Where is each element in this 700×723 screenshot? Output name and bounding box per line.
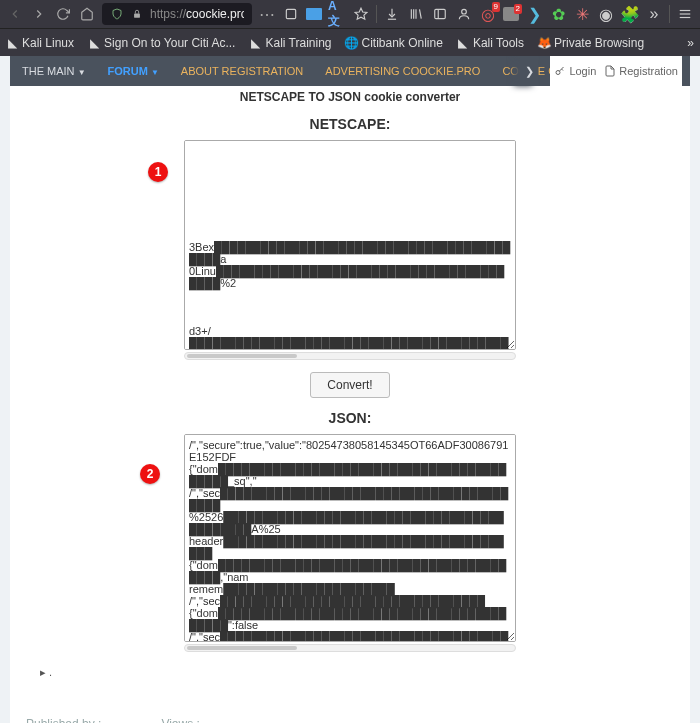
doc-icon (604, 65, 616, 77)
convert-button[interactable]: Convert! (310, 372, 389, 398)
netscape-label: NETSCAPE: (10, 116, 690, 132)
login-link[interactable]: Login (554, 65, 596, 77)
bookmark-label: Kali Tools (473, 36, 524, 50)
separator (376, 5, 377, 23)
account-icon[interactable] (455, 5, 473, 23)
bookmark-overflow[interactable]: » (687, 36, 694, 50)
bookmark-kali-tools[interactable]: ◣Kali Tools (457, 36, 524, 50)
bookmark-label: Kali Training (265, 36, 331, 50)
bookmark-label: Private Browsing (554, 36, 644, 50)
nav-scroll-right[interactable]: ❯ (520, 56, 538, 86)
bookmark-citi[interactable]: ◣Sign On to Your Citi Ac... (88, 36, 235, 50)
flag-icon[interactable] (306, 8, 322, 20)
scrollbar-thumb[interactable] (187, 646, 297, 650)
downloads-icon[interactable] (383, 5, 401, 23)
svg-rect-1 (286, 9, 295, 18)
reload-button[interactable] (54, 5, 72, 23)
lock-icon (130, 5, 144, 23)
overflow-icon[interactable]: » (645, 5, 663, 23)
site-icon: ◣ (457, 37, 469, 49)
meta-row: Published by : Views : (26, 717, 690, 723)
register-label: Registration (619, 65, 678, 77)
key-icon (554, 65, 566, 77)
ext2-icon[interactable]: 2 (503, 7, 519, 21)
svg-point-5 (462, 9, 467, 14)
svg-marker-2 (355, 8, 367, 19)
netscape-input[interactable]: <span class="blurred"></span> (184, 140, 516, 350)
bookmark-kali-training[interactable]: ◣Kali Training (249, 36, 331, 50)
site-icon: ◣ (249, 37, 261, 49)
page-viewport: THE MAIN ▼ FORUM ▼ ABOUT REGISTRATION AD… (0, 56, 700, 723)
separator2 (669, 5, 670, 23)
netscape-area: 1 <span class="blurred"></span> (10, 140, 690, 350)
sidebar-icon[interactable] (431, 5, 449, 23)
ext5-icon[interactable]: ◉ (597, 5, 615, 23)
url-text: https://coockie.pro/pag (150, 7, 244, 21)
home-button[interactable] (78, 5, 96, 23)
bookmark-label: Kali Linux (22, 36, 74, 50)
views: Views : (161, 717, 199, 723)
json-area: 2 (10, 434, 690, 642)
bookmark-label: Sign On to Your Citi Ac... (104, 36, 235, 50)
badge-2: 2 (140, 464, 160, 484)
shield-icon (110, 5, 124, 23)
translate-icon[interactable]: A文 (328, 5, 346, 23)
firefox-icon: 🦊 (538, 37, 550, 49)
json-scrollbar[interactable] (184, 644, 516, 652)
content: THE MAIN ▼ FORUM ▼ ABOUT REGISTRATION AD… (10, 56, 690, 723)
url-bar[interactable]: https://coockie.pro/pag (102, 3, 252, 25)
bookmark-citibank[interactable]: 🌐Citibank Online (346, 36, 443, 50)
browser-toolbar: https://coockie.pro/pag ⋯ A文 ◎9 2 ❯ ✿ ✳ … (0, 0, 700, 28)
bookmark-bar: ◣Kali Linux ◣Sign On to Your Citi Ac... … (0, 28, 700, 56)
ext3-icon[interactable]: ✿ (549, 5, 567, 23)
reader-icon[interactable] (282, 5, 300, 23)
back-button (6, 5, 24, 23)
library-icon[interactable] (407, 5, 425, 23)
site-icon: ◣ (88, 37, 100, 49)
ext6-icon[interactable]: 🧩 (621, 5, 639, 23)
bookmark-private[interactable]: 🦊Private Browsing (538, 36, 644, 50)
published-by: Published by : (26, 717, 101, 723)
bookmark-label: Citibank Online (362, 36, 443, 50)
nav-about[interactable]: ABOUT REGISTRATION (181, 65, 303, 77)
badge-1: 1 (148, 162, 168, 182)
nav-main[interactable]: THE MAIN ▼ (22, 65, 86, 77)
auth-box: Login Registration (550, 56, 682, 86)
chevron-right-icon[interactable]: ❯ (525, 5, 543, 23)
forum-nav: THE MAIN ▼ FORUM ▼ ABOUT REGISTRATION AD… (10, 56, 690, 86)
scrollbar-thumb[interactable] (187, 354, 297, 358)
nav-label: THE MAIN (22, 65, 75, 77)
netscape-scrollbar[interactable] (184, 352, 516, 360)
forward-button[interactable] (30, 5, 48, 23)
globe-icon: 🌐 (346, 37, 358, 49)
bookmark-star-icon[interactable] (352, 5, 370, 23)
svg-rect-3 (435, 9, 446, 18)
site-icon: ◣ (6, 37, 18, 49)
bookmark-kali-linux[interactable]: ◣Kali Linux (6, 36, 74, 50)
json-output[interactable] (184, 434, 516, 642)
login-label: Login (569, 65, 596, 77)
ext4-icon[interactable]: ✳ (573, 5, 591, 23)
page-actions-icon[interactable]: ⋯ (258, 5, 276, 23)
register-link[interactable]: Registration (604, 65, 678, 77)
nav-forum[interactable]: FORUM ▼ (108, 65, 159, 77)
page-title: NETSCAPE TO JSON cookie converter (10, 86, 690, 108)
disclosure-toggle[interactable]: ▸ . (40, 666, 690, 679)
json-label: JSON: (10, 410, 690, 426)
nav-label: FORUM (108, 65, 148, 77)
svg-rect-0 (134, 14, 140, 18)
hamburger-icon[interactable] (676, 5, 694, 23)
ext1-icon[interactable]: ◎9 (479, 5, 497, 23)
nav-adv[interactable]: ADVERTISING COOCKIE.PRO (325, 65, 480, 77)
